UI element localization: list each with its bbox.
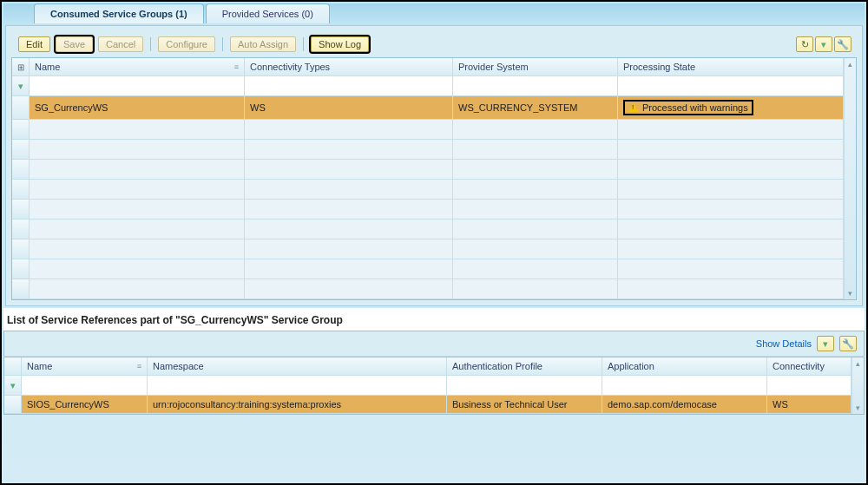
edit-button[interactable]: Edit bbox=[18, 36, 50, 52]
table-row bbox=[12, 259, 844, 279]
col-name[interactable]: Name≡ bbox=[22, 357, 148, 375]
col-name-label: Name bbox=[27, 361, 52, 371]
table-row[interactable]: SIOS_CurrencyWS urn:rojoconsultancy:trai… bbox=[4, 396, 852, 414]
filter-conn[interactable] bbox=[767, 376, 852, 395]
table-row bbox=[12, 279, 844, 299]
status-badge: Processed with warnings bbox=[623, 100, 753, 115]
separator bbox=[150, 37, 151, 51]
scrollbar[interactable]: ▴▾ bbox=[852, 357, 864, 414]
cancel-button: Cancel bbox=[98, 36, 143, 52]
scrollbar[interactable]: ▴▾ bbox=[844, 58, 856, 299]
filter-name[interactable] bbox=[22, 376, 148, 395]
filter-proc[interactable] bbox=[618, 76, 844, 95]
cell-app: demo.sap.com/democase bbox=[602, 396, 767, 413]
separator bbox=[222, 37, 223, 51]
filter-auth[interactable] bbox=[447, 376, 602, 395]
service-references-table: Name≡ Namespace Authentication Profile A… bbox=[3, 357, 865, 415]
col-application[interactable]: Application bbox=[602, 357, 767, 375]
sort-indicator-icon: ≡ bbox=[137, 362, 141, 370]
tab-bar: Consumed Service Groups (1) Provided Ser… bbox=[3, 3, 865, 23]
table-row bbox=[12, 120, 844, 140]
col-processing-state[interactable]: Processing State bbox=[618, 58, 844, 75]
col-namespace[interactable]: Namespace bbox=[148, 357, 447, 375]
cell-ns: urn:rojoconsultancy:training:systema:pro… bbox=[148, 396, 447, 413]
select-all-icon[interactable]: ⊞ bbox=[12, 58, 30, 75]
filter-icon[interactable]: ▾ bbox=[4, 376, 22, 395]
cell-proc: Processed with warnings bbox=[618, 96, 844, 119]
tab-consumed[interactable]: Consumed Service Groups (1) bbox=[34, 3, 204, 23]
cell-prov: WS_CURRENCY_SYSTEM bbox=[453, 96, 618, 119]
row-select[interactable] bbox=[4, 396, 22, 413]
filter-name[interactable] bbox=[30, 76, 245, 95]
show-details-link[interactable]: Show Details bbox=[756, 338, 812, 349]
cell-conn: WS bbox=[767, 396, 852, 413]
filter-icon[interactable]: ▾ bbox=[12, 76, 30, 95]
col-name-label: Name bbox=[35, 62, 60, 72]
cell-auth: Business or Technical User bbox=[447, 396, 602, 413]
configure-button: Configure bbox=[158, 36, 215, 52]
filter-prov[interactable] bbox=[453, 76, 618, 95]
status-text: Processed with warnings bbox=[642, 102, 748, 113]
col-name[interactable]: Name≡ bbox=[30, 58, 245, 75]
filter-conn[interactable] bbox=[245, 76, 453, 95]
tab-provided[interactable]: Provided Services (0) bbox=[206, 3, 330, 23]
toolbar: Edit Save Cancel Configure Auto Assign S… bbox=[11, 31, 857, 57]
cell-conn: WS bbox=[245, 96, 453, 119]
show-log-button[interactable]: Show Log bbox=[311, 36, 369, 52]
row-header bbox=[4, 357, 22, 375]
cell-name: SIOS_CurrencyWS bbox=[22, 396, 148, 413]
col-auth-profile[interactable]: Authentication Profile bbox=[447, 357, 602, 375]
details-toolbar: Show Details ▾ 🔧 bbox=[3, 331, 865, 357]
col-connectivity-types[interactable]: Connectivity Types bbox=[245, 58, 453, 75]
service-groups-table: ⊞ Name≡ Connectivity Types Provider Syst… bbox=[11, 57, 857, 300]
cell-name: SG_CurrencyWS bbox=[30, 96, 245, 119]
settings-icon[interactable]: 🔧 bbox=[839, 336, 857, 351]
warning-icon bbox=[628, 103, 639, 112]
table-row bbox=[12, 200, 844, 220]
table-row bbox=[12, 140, 844, 160]
settings-icon[interactable]: 🔧 bbox=[834, 36, 852, 52]
col-provider-system[interactable]: Provider System bbox=[453, 58, 618, 75]
refresh-icon[interactable]: ↻ bbox=[796, 36, 813, 52]
table-row bbox=[12, 220, 844, 239]
filter-ns[interactable] bbox=[148, 376, 447, 395]
filter-toggle-icon[interactable]: ▾ bbox=[815, 36, 832, 52]
sort-indicator-icon: ≡ bbox=[234, 62, 239, 71]
separator bbox=[303, 37, 304, 51]
section-title: List of Service References part of "SG_C… bbox=[3, 308, 865, 331]
row-select[interactable] bbox=[12, 96, 30, 119]
table-row bbox=[12, 160, 844, 180]
table-row[interactable]: SG_CurrencyWS WS WS_CURRENCY_SYSTEM Proc… bbox=[12, 96, 844, 120]
save-button: Save bbox=[56, 36, 93, 52]
filter-toggle-icon[interactable]: ▾ bbox=[817, 336, 834, 351]
filter-app[interactable] bbox=[602, 376, 767, 395]
table-row bbox=[12, 239, 844, 259]
col-connectivity[interactable]: Connectivity bbox=[767, 357, 852, 375]
table-row bbox=[12, 180, 844, 200]
auto-assign-button: Auto Assign bbox=[230, 36, 296, 52]
